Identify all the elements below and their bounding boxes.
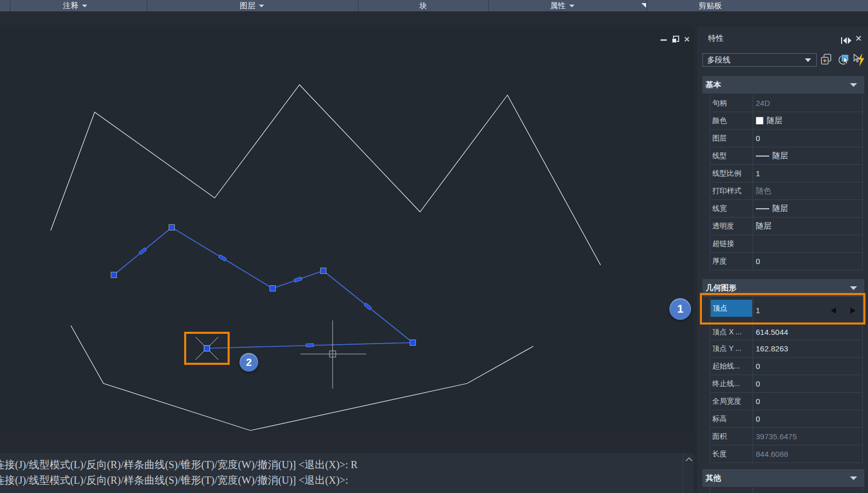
property-row[interactable]: 超链接 [710, 235, 863, 253]
prop-value[interactable]: 随色 [756, 182, 771, 199]
property-row[interactable]: 线宽随层 [710, 200, 863, 218]
property-row[interactable]: 线型比例1 [710, 165, 863, 182]
ribbon-panel-annotation[interactable]: 注释 [63, 0, 87, 11]
property-row[interactable]: 透明度随层 [710, 218, 863, 235]
prop-value-text: 162.8263 [756, 344, 788, 353]
prop-value[interactable]: 1 [756, 165, 760, 182]
property-row[interactable]: 线型随层 [710, 147, 863, 165]
ribbon-separator [488, 0, 489, 11]
prop-value-text: 随色 [756, 186, 771, 196]
pickadd-toggle-icon[interactable] [852, 52, 866, 68]
midpoint-grip[interactable] [294, 277, 302, 282]
command-prompt-line[interactable]: 连接(J)/线型模式(L)/反向(R)/样条曲线(S)/锥形(T)/宽度(W)/… [0, 472, 348, 488]
prop-value[interactable]: 随层 [756, 218, 771, 235]
property-row[interactable]: 起始线...0 [710, 358, 863, 375]
linetype-sample [756, 156, 769, 157]
ribbon-panel-label: 剪贴板 [699, 1, 722, 10]
grid-divider [753, 358, 753, 375]
ribbon-panel-label: 属性 [550, 1, 566, 10]
collapse-arrow-icon [850, 476, 857, 480]
prop-value-text: 随层 [767, 116, 782, 126]
prop-value[interactable]: 614.5044 [756, 325, 788, 340]
command-scrollbar[interactable] [683, 453, 694, 493]
prop-value[interactable]: 随层 [756, 200, 788, 217]
prop-value[interactable]: 随层 [756, 147, 788, 164]
midpoint-grip[interactable] [306, 344, 313, 347]
property-row[interactable]: 顶点 Y ...162.8263 [710, 340, 863, 358]
entity-type-dropdown[interactable]: 多段线 [702, 53, 817, 67]
ribbon-panel-label: 图层 [240, 1, 256, 10]
prop-value[interactable]: 随层 [756, 112, 782, 129]
property-row[interactable]: 图层0 [710, 130, 863, 147]
prop-value-text: 0 [756, 257, 760, 266]
vertex-grip[interactable] [410, 340, 416, 346]
grid-divider [753, 182, 753, 199]
property-row[interactable] [710, 487, 863, 493]
property-row[interactable]: 标高0 [710, 410, 863, 428]
prop-value[interactable]: 0 [756, 358, 760, 375]
prop-label: 超链接 [712, 235, 734, 252]
ribbon-panel-block[interactable]: 块 [420, 0, 427, 11]
grid-divider [753, 253, 753, 270]
ribbon-panel-layer[interactable]: 图层 [240, 0, 264, 11]
command-window[interactable]: 连接(J)/线型模式(L)/反向(R)/样条曲线(S)/锥形(T)/宽度(W)/… [0, 453, 694, 493]
grid-divider [753, 428, 753, 445]
auto-hide-icon[interactable] [841, 37, 852, 44]
property-row[interactable]: 打印样式随色 [710, 182, 863, 200]
command-history-line: 连接(J)/线型模式(L)/反向(R)/样条曲线(S)/锥形(T)/宽度(W)/… [0, 457, 357, 472]
vertex-grip[interactable] [111, 272, 117, 278]
white-polyline-2[interactable] [71, 326, 533, 430]
prop-label: 标高 [712, 410, 727, 427]
property-row[interactable]: 厚度0 [710, 253, 863, 270]
property-row[interactable]: 顶点 X ...614.5044 [710, 325, 863, 340]
vertex-grip[interactable] [321, 268, 326, 274]
entity-type-value: 多段线 [707, 54, 730, 66]
prop-value[interactable]: 0 [756, 253, 760, 270]
grid-divider [753, 165, 753, 182]
drawing-close-button[interactable]: ✕ [684, 35, 690, 43]
panel-dialog-launcher-icon[interactable] [640, 2, 647, 8]
drawing-canvas[interactable]: ✕ [0, 27, 694, 433]
prop-value[interactable]: 39735.6475 [756, 428, 797, 445]
midpoint-grip[interactable] [139, 248, 147, 254]
midpoint-grip[interactable] [364, 303, 372, 310]
callout-box-canvas [184, 332, 230, 365]
prop-label: 面积 [712, 428, 727, 445]
prop-label: 句柄 [712, 95, 727, 112]
ribbon-panel-attribute[interactable]: 属性 [550, 0, 575, 11]
section-header-basic[interactable]: 基本 [702, 76, 864, 94]
grid-divider [753, 112, 753, 129]
dropdown-caret-icon [805, 58, 811, 62]
panel-close-icon[interactable]: ✕ [855, 34, 862, 43]
property-row[interactable]: 全局宽度0 [710, 393, 863, 410]
vertex-grip[interactable] [169, 225, 175, 230]
select-objects-icon[interactable] [836, 52, 849, 68]
prop-label: 颜色 [712, 112, 727, 129]
prop-value[interactable]: 844.6088 [756, 445, 788, 463]
property-row[interactable]: 面积39735.6475 [710, 428, 863, 445]
prop-value[interactable]: 0 [756, 410, 760, 427]
drawing-restore-button[interactable] [672, 36, 679, 43]
property-row[interactable]: 终止线...0 [710, 375, 863, 393]
prop-value[interactable]: 24D [756, 95, 770, 112]
property-row[interactable]: 长度844.6088 [710, 445, 863, 463]
prop-value[interactable]: 0 [756, 375, 760, 392]
property-row[interactable]: 句柄24D [710, 95, 863, 112]
command-scroll-up-icon[interactable] [684, 456, 694, 463]
prop-label: 厚度 [712, 253, 727, 270]
property-row[interactable]: 颜色随层 [710, 112, 863, 130]
prop-value[interactable]: 0 [756, 130, 760, 147]
selected-polyline[interactable] [114, 227, 413, 348]
grid-divider [753, 218, 753, 235]
section-title: 其他 [706, 469, 721, 486]
white-polyline-1[interactable] [51, 85, 601, 265]
drawing-minimize-button[interactable] [661, 39, 667, 41]
section-header-misc[interactable]: 其他 [702, 469, 864, 487]
midpoint-grip[interactable] [218, 255, 226, 261]
prop-value[interactable]: 0 [756, 393, 760, 410]
ribbon-panel-clipboard[interactable]: 剪贴板 [699, 0, 722, 11]
vertex-grip[interactable] [270, 286, 276, 291]
quick-select-icon[interactable] [819, 52, 833, 68]
prop-value[interactable]: 162.8263 [756, 340, 788, 357]
grid-divider [753, 95, 753, 112]
